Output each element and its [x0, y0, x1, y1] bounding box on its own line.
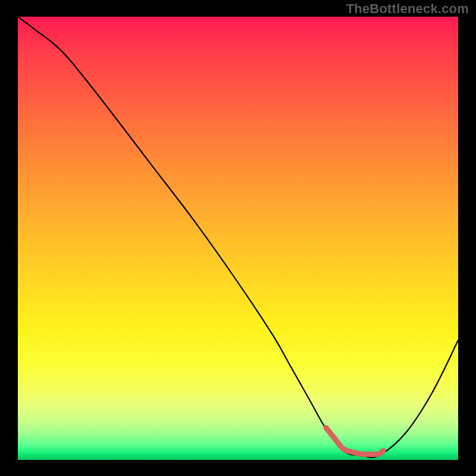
watermark-text: TheBottleneck.com — [346, 1, 469, 17]
plot-area — [18, 17, 458, 460]
optimal-band-path — [326, 428, 383, 455]
chart-frame: TheBottleneck.com — [0, 0, 476, 476]
chart-svg — [18, 17, 458, 460]
bottleneck-curve-path — [18, 17, 458, 458]
